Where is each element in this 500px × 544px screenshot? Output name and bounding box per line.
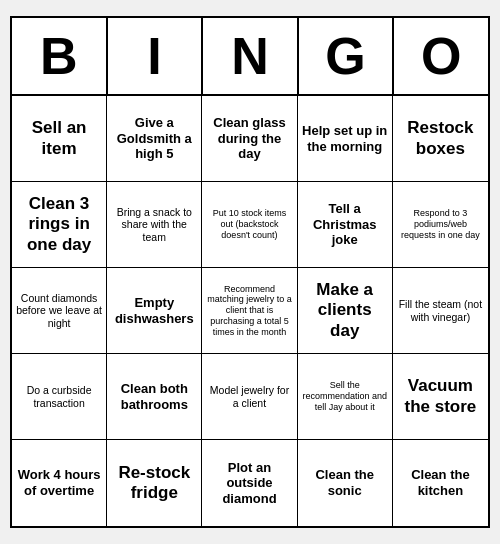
bingo-cell-8[interactable]: Tell a Christmas joke — [298, 182, 393, 268]
bingo-cell-0[interactable]: Sell an item — [12, 96, 107, 182]
bingo-cell-6[interactable]: Bring a snack to share with the team — [107, 182, 202, 268]
bingo-grid: Sell an itemGive a Goldsmith a high 5Cle… — [12, 96, 488, 526]
bingo-cell-19[interactable]: Vacuum the store — [393, 354, 488, 440]
bingo-cell-3[interactable]: Help set up in the morning — [298, 96, 393, 182]
bingo-cell-10[interactable]: Count diamonds before we leave at night — [12, 268, 107, 354]
bingo-header: BINGO — [12, 18, 488, 96]
bingo-letter-g: G — [299, 18, 395, 94]
bingo-letter-n: N — [203, 18, 299, 94]
bingo-letter-o: O — [394, 18, 488, 94]
bingo-cell-13[interactable]: Make a clients day — [298, 268, 393, 354]
bingo-letter-b: B — [12, 18, 108, 94]
bingo-cell-12[interactable]: Recommend matching jewelry to a client t… — [202, 268, 297, 354]
bingo-cell-22[interactable]: Plot an outside diamond — [202, 440, 297, 526]
bingo-cell-14[interactable]: Fill the steam (not with vinegar) — [393, 268, 488, 354]
bingo-cell-20[interactable]: Work 4 hours of overtime — [12, 440, 107, 526]
bingo-cell-2[interactable]: Clean glass during the day — [202, 96, 297, 182]
bingo-cell-23[interactable]: Clean the sonic — [298, 440, 393, 526]
bingo-cell-21[interactable]: Re-stock fridge — [107, 440, 202, 526]
bingo-letter-i: I — [108, 18, 204, 94]
bingo-cell-24[interactable]: Clean the kitchen — [393, 440, 488, 526]
bingo-cell-15[interactable]: Do a curbside transaction — [12, 354, 107, 440]
bingo-cell-9[interactable]: Respond to 3 podiums/web requests in one… — [393, 182, 488, 268]
bingo-cell-7[interactable]: Put 10 stock items out (backstock doesn'… — [202, 182, 297, 268]
bingo-cell-5[interactable]: Clean 3 rings in one day — [12, 182, 107, 268]
bingo-cell-16[interactable]: Clean both bathrooms — [107, 354, 202, 440]
bingo-card: BINGO Sell an itemGive a Goldsmith a hig… — [10, 16, 490, 528]
bingo-cell-4[interactable]: Restock boxes — [393, 96, 488, 182]
bingo-cell-11[interactable]: Empty dishwashers — [107, 268, 202, 354]
bingo-cell-1[interactable]: Give a Goldsmith a high 5 — [107, 96, 202, 182]
bingo-cell-18[interactable]: Sell the recommendation and tell Jay abo… — [298, 354, 393, 440]
bingo-cell-17[interactable]: Model jewelry for a client — [202, 354, 297, 440]
